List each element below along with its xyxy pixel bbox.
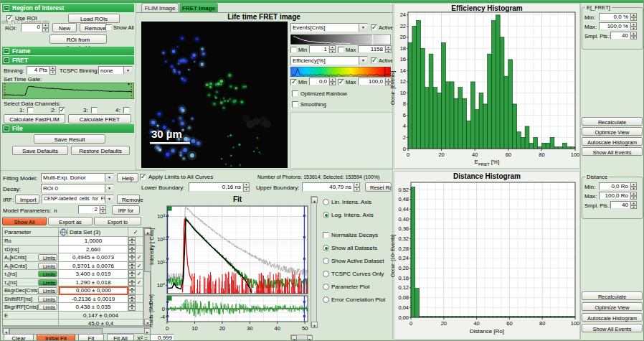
collapse-icon[interactable] bbox=[4, 48, 9, 54]
limits-button[interactable]: Limits bbox=[38, 304, 57, 310]
distance-max-input[interactable]: 100,0 Ro bbox=[599, 192, 630, 200]
export-clipboard-button[interactable]: Export to Clipboard bbox=[94, 217, 141, 225]
fit-plot-vertical-scrollbar[interactable] bbox=[311, 196, 317, 327]
collapse-icon[interactable] bbox=[4, 5, 9, 11]
radio-tcspc-curves-only[interactable] bbox=[323, 271, 329, 277]
value-spinner[interactable] bbox=[128, 262, 136, 271]
column-header-dataset[interactable]: Data Set (3) bbox=[68, 228, 128, 237]
irf-dropdown[interactable]: CENP-labelled_cells_for_FRET bbox=[42, 195, 114, 204]
distance-histogram[interactable]: 0,000,040,080,120,160,200,240,280,320,36… bbox=[394, 171, 580, 340]
efret-sample-points-input[interactable]: 40 bbox=[610, 32, 630, 39]
radio-show-active-dataset[interactable] bbox=[323, 258, 329, 264]
chevron-down-icon[interactable] bbox=[105, 195, 113, 203]
show-all-events-button-efficiency[interactable]: Show All Events bbox=[582, 147, 643, 156]
lower-boundary-spinner[interactable] bbox=[243, 182, 250, 192]
param-value[interactable]: 0,5701 ± 0,0076 bbox=[59, 262, 128, 271]
chevron-down-icon[interactable] bbox=[359, 57, 367, 65]
rainbow-colorbar[interactable] bbox=[290, 67, 391, 77]
binning-spinner[interactable] bbox=[49, 66, 56, 75]
save-defaults-button[interactable]: Save Defaults bbox=[12, 146, 68, 155]
events-min-checkbox[interactable] bbox=[290, 47, 297, 53]
optimized-rainbow-checkbox[interactable] bbox=[292, 90, 298, 97]
roi-spinner-value[interactable]: 0 bbox=[21, 23, 42, 32]
events-max-spinner[interactable] bbox=[385, 45, 392, 53]
efficiency-min-checkbox[interactable] bbox=[290, 79, 297, 85]
param-value[interactable]: 0,438 ± 0,035 bbox=[59, 303, 128, 312]
radio-lin-intens-axis[interactable] bbox=[323, 199, 329, 205]
value-spinner[interactable] bbox=[128, 253, 136, 262]
channel-2-checkbox[interactable] bbox=[59, 107, 65, 113]
roi-from-threshold-button[interactable]: ROI from threshold bbox=[49, 34, 107, 44]
section-header-fret[interactable]: FRET bbox=[2, 56, 134, 65]
model-parameters-spinner[interactable] bbox=[100, 205, 106, 214]
efficiency-min-input[interactable]: 0,0 bbox=[309, 78, 329, 85]
optimize-view-button-efficiency[interactable]: Optimize View bbox=[582, 127, 643, 136]
chevron-down-icon[interactable] bbox=[105, 174, 113, 182]
value-spinner[interactable] bbox=[128, 295, 136, 304]
value-spinner[interactable] bbox=[128, 279, 136, 287]
efficiency-max-input[interactable]: 100,0 bbox=[358, 78, 385, 85]
flim-image-canvas[interactable]: 30 µm bbox=[141, 22, 288, 168]
globe-icon[interactable] bbox=[59, 228, 68, 237]
chevron-down-icon[interactable] bbox=[105, 184, 113, 192]
value-spinner[interactable] bbox=[128, 286, 136, 295]
value-spinner[interactable] bbox=[128, 246, 136, 254]
smoothing-checkbox[interactable] bbox=[292, 101, 298, 108]
limits-button[interactable]: Limits bbox=[38, 279, 57, 286]
efficiency-histogram[interactable]: 024681012141618202224020406080100 bbox=[394, 3, 580, 169]
efret-min-input[interactable]: 0,0 % bbox=[599, 13, 630, 21]
fit-all-button[interactable]: Fit All bbox=[107, 334, 134, 341]
reset-range-button[interactable]: Reset Ra bbox=[365, 182, 392, 192]
restore-defaults-button[interactable]: Restore Defaults bbox=[71, 146, 130, 155]
scroll-left-icon[interactable] bbox=[291, 335, 297, 340]
initial-fit-button[interactable]: Initial Fit bbox=[37, 334, 75, 341]
calculate-fastflim-button[interactable]: Calculate FastFLIM bbox=[4, 114, 65, 123]
param-value[interactable]: 1,0000 bbox=[59, 237, 128, 246]
radio-error-correlation-plot[interactable] bbox=[323, 296, 329, 303]
calculate-fret-button[interactable]: Calculate FRET bbox=[68, 114, 131, 123]
param-value[interactable]: 3,400 ± 0,019 bbox=[59, 270, 128, 279]
row-checkbox[interactable] bbox=[136, 279, 143, 287]
radio-show-all-datasets[interactable] bbox=[323, 245, 329, 251]
row-checkbox[interactable] bbox=[136, 237, 143, 246]
efret-max-input[interactable]: 100,0 % bbox=[599, 22, 630, 30]
row-checkbox[interactable] bbox=[136, 262, 143, 271]
row-checkbox[interactable] bbox=[136, 295, 143, 304]
limits-button[interactable]: Limits bbox=[38, 254, 57, 261]
collapse-icon[interactable] bbox=[4, 57, 9, 63]
scroll-right-icon[interactable] bbox=[307, 335, 313, 340]
value-spinner[interactable] bbox=[128, 237, 136, 246]
fitting-model-dropdown[interactable]: Multi-Exp. Donor bbox=[41, 173, 114, 182]
row-checkbox[interactable] bbox=[136, 253, 143, 262]
distance-sample-points-input[interactable]: 40 bbox=[610, 201, 630, 209]
limits-button[interactable]: Limits bbox=[38, 263, 57, 269]
distance-max-spinner[interactable] bbox=[630, 192, 637, 200]
normalize-decays-checkbox[interactable] bbox=[323, 232, 329, 238]
remove-roi-button[interactable]: Remove bbox=[80, 23, 107, 32]
upper-boundary-input[interactable]: 49,79 ns bbox=[302, 182, 354, 192]
channel-3-checkbox[interactable] bbox=[91, 107, 98, 113]
section-header-frame[interactable]: Frame bbox=[2, 47, 134, 55]
events-dropdown[interactable]: Events[Cnts] bbox=[290, 23, 368, 32]
channel-4-checkbox[interactable] bbox=[123, 107, 130, 113]
row-checkbox[interactable] bbox=[136, 286, 143, 295]
row-checkbox[interactable] bbox=[136, 270, 143, 279]
tcspc-binning-dropdown[interactable]: none bbox=[98, 66, 133, 75]
param-value-highlighted[interactable]: 0,000 ± 0,000 bbox=[59, 286, 128, 295]
fit-plot[interactable]: 10³10²10¹10⁰0-401020304050 bbox=[153, 193, 318, 333]
remove-irf-button[interactable]: Remove bbox=[117, 195, 140, 204]
param-value[interactable]: 0,4945 ± 0,0073 bbox=[59, 253, 128, 262]
optimize-view-button-distance[interactable]: Optimize View bbox=[582, 302, 643, 311]
tab-fret-image[interactable]: FRET Image bbox=[179, 3, 218, 12]
efficiency-active-checkbox[interactable] bbox=[371, 57, 377, 64]
events-active-checkbox[interactable] bbox=[371, 24, 377, 31]
limits-button[interactable]: Limits bbox=[38, 287, 57, 294]
show-all-events-button-distance[interactable]: Show All Events bbox=[582, 324, 643, 332]
collapse-icon[interactable] bbox=[4, 126, 9, 131]
row-checkbox[interactable] bbox=[136, 303, 143, 312]
param-value[interactable]: -0,2136 ± 0,0019 bbox=[59, 295, 128, 304]
limits-button[interactable]: Limits bbox=[38, 296, 57, 302]
efficiency-dropdown[interactable]: Efficiency[%] bbox=[290, 56, 368, 65]
efret-sample-points-spinner[interactable] bbox=[630, 32, 637, 39]
help-button[interactable]: Help bbox=[117, 173, 138, 182]
